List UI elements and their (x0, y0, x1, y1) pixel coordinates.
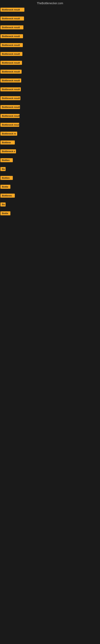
bottleneck-badge-3[interactable]: Bottleneck result (0, 25, 23, 30)
bottleneck-badge-2[interactable]: Bottleneck result (0, 16, 24, 20)
bottleneck-badge-4[interactable]: Bottleneck result (0, 34, 23, 38)
bottleneck-badge-16[interactable]: Bottlene (0, 140, 15, 144)
result-row-13: Bottleneck result (0, 112, 100, 121)
bottleneck-badge-22[interactable]: Bottlenec (0, 194, 15, 198)
result-row-3: Bottleneck result (0, 23, 100, 32)
result-row-4: Bottleneck result (0, 32, 100, 41)
result-row-20: Bottlen (0, 174, 100, 183)
result-row-12: Bottleneck result (0, 103, 100, 112)
result-row-17: Bottleneck e (0, 147, 100, 156)
result-row-6: Bottleneck result (0, 50, 100, 59)
result-row-1: Bottleneck result (0, 6, 100, 14)
bottleneck-badge-10[interactable]: Bottleneck result (0, 87, 21, 91)
result-row-8: Bottleneck result (0, 68, 100, 76)
result-row-11: Bottleneck result (0, 94, 100, 103)
bottleneck-badge-12[interactable]: Bottleneck result (0, 105, 20, 109)
bottleneck-badge-1[interactable]: Bottleneck result (0, 8, 24, 12)
bottleneck-badge-13[interactable]: Bottleneck result (0, 114, 20, 118)
result-row-24: Bottle (0, 209, 100, 218)
bottleneck-badge-15[interactable]: Bottleneck re (0, 132, 17, 136)
bottleneck-badge-19[interactable]: Bo (0, 167, 6, 171)
bottleneck-badge-23[interactable]: Bo (0, 202, 6, 206)
result-row-14: Bottleneck result (0, 121, 100, 130)
result-row-5: Bottleneck result (0, 41, 100, 50)
result-row-18: Bottlen (0, 156, 100, 165)
result-row-19: Bo (0, 165, 100, 174)
bottleneck-badge-18[interactable]: Bottlen (0, 158, 13, 162)
bottleneck-badge-11[interactable]: Bottleneck result (0, 96, 20, 100)
result-row-9: Bottleneck result (0, 76, 100, 85)
bottleneck-badge-20[interactable]: Bottlen (0, 176, 13, 180)
bottleneck-badge-7[interactable]: Bottleneck result (0, 61, 22, 65)
site-title: TheBottlenecker.com (0, 0, 100, 6)
result-row-21: Bottle (0, 183, 100, 192)
result-row-23: Bo (0, 200, 100, 209)
result-row-2: Bottleneck result (0, 14, 100, 23)
bottleneck-badge-6[interactable]: Bottleneck result (0, 52, 22, 56)
result-row-22: Bottlenec (0, 192, 100, 200)
result-row-16: Bottlene (0, 138, 100, 147)
bottleneck-badge-24[interactable]: Bottle (0, 211, 10, 215)
result-row-15: Bottleneck re (0, 130, 100, 138)
bottleneck-badge-14[interactable]: Bottleneck result (0, 123, 19, 127)
result-row-10: Bottleneck result (0, 85, 100, 94)
bottleneck-badge-8[interactable]: Bottleneck result (0, 70, 22, 74)
bottleneck-badge-17[interactable]: Bottleneck e (0, 149, 16, 153)
bottleneck-badge-5[interactable]: Bottleneck result (0, 43, 23, 47)
bottleneck-badge-9[interactable]: Bottleneck result (0, 78, 21, 82)
result-row-7: Bottleneck result (0, 59, 100, 68)
bottleneck-badge-21[interactable]: Bottle (0, 185, 10, 189)
